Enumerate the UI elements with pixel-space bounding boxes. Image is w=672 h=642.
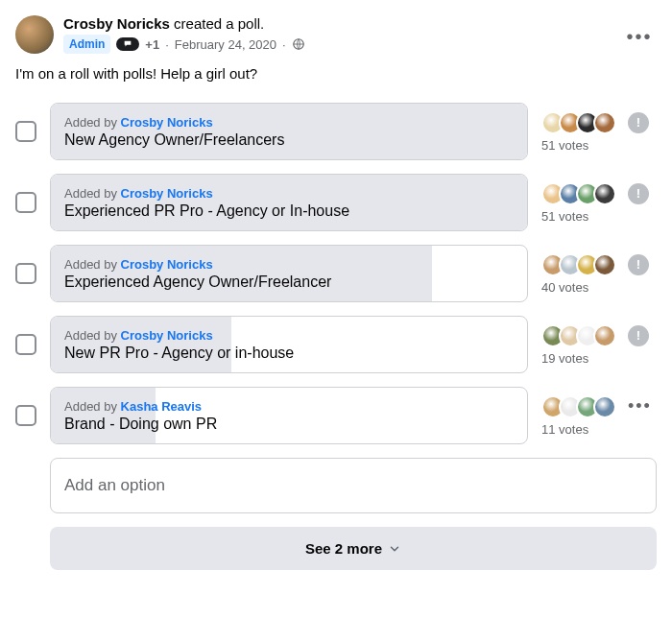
added-by-name[interactable]: Crosby Noricks (121, 257, 213, 272)
poll-option-row: Added by Crosby NoricksNew Agency Owner/… (15, 103, 657, 160)
chat-icon (122, 39, 133, 49)
poll-checkbox[interactable] (15, 334, 36, 355)
voter-avatars[interactable] (541, 111, 616, 134)
poll-option-row: Added by Crosby NoricksExperienced Agenc… (15, 245, 657, 302)
option-menu-button[interactable]: ••• (624, 396, 656, 416)
poll-checkbox[interactable] (15, 405, 36, 426)
added-by-name[interactable]: Crosby Noricks (121, 186, 213, 201)
poll-option-content: Added by Crosby NoricksNew PR Pro - Agen… (51, 319, 307, 371)
info-badge-icon[interactable]: ! (628, 112, 649, 133)
added-by-name[interactable]: Crosby Noricks (121, 115, 213, 130)
poll-option-card[interactable]: Added by Crosby NoricksNew PR Pro - Agen… (50, 316, 528, 373)
voter-avatar (593, 324, 616, 347)
vote-count: 40 votes (541, 280, 588, 295)
author-name[interactable]: Crosby Noricks (63, 15, 170, 32)
added-by-prefix: Added by (64, 115, 121, 130)
voters-column: •••11 votes (541, 395, 657, 437)
poll-option-label: Experienced PR Pro - Agency or In-house (64, 202, 349, 220)
add-option-input[interactable]: Add an option (50, 458, 657, 513)
poll-checkbox[interactable] (15, 121, 36, 142)
added-by-prefix: Added by (64, 257, 121, 272)
info-badge-icon[interactable]: ! (628, 254, 649, 275)
poll-option-card[interactable]: Added by Kasha ReavisBrand - Doing own P… (50, 387, 528, 444)
info-badge-icon[interactable]: ! (628, 183, 649, 204)
added-by-line: Added by Crosby Noricks (64, 257, 331, 272)
voters-column: !19 votes (541, 324, 657, 366)
see-more-label: See 2 more (305, 540, 382, 557)
voter-avatar (593, 111, 616, 134)
post-menu-button[interactable]: ••• (622, 19, 657, 54)
added-by-prefix: Added by (64, 328, 121, 343)
vote-count: 51 votes (541, 138, 588, 153)
added-by-name[interactable]: Kasha Reavis (121, 399, 203, 414)
poll-option-label: Brand - Doing own PR (64, 416, 217, 433)
separator-dot: · (282, 37, 286, 52)
post-body-text: I'm on a roll with polls! Help a girl ou… (15, 65, 657, 82)
added-by-line: Added by Crosby Noricks (64, 328, 294, 343)
voters-column: !40 votes (541, 253, 657, 295)
voter-avatar (593, 182, 616, 205)
vote-count: 51 votes (541, 209, 588, 224)
poll-option-row: Added by Crosby NoricksNew PR Pro - Agen… (15, 316, 657, 373)
voter-avatars[interactable] (541, 182, 616, 205)
vote-count: 11 votes (541, 422, 588, 437)
role-badge[interactable] (116, 37, 139, 51)
poll-option-content: Added by Crosby NoricksExperienced PR Pr… (51, 177, 363, 229)
voter-avatars[interactable] (541, 253, 616, 276)
added-by-prefix: Added by (64, 399, 121, 414)
voter-avatar (593, 253, 616, 276)
separator-dot: · (165, 37, 169, 52)
poll-container: Added by Crosby NoricksNew Agency Owner/… (15, 103, 657, 444)
see-more-button[interactable]: See 2 more (50, 527, 657, 570)
voters-column: !51 votes (541, 111, 657, 153)
chevron-down-icon (388, 542, 401, 556)
vote-count: 19 votes (541, 351, 588, 366)
poll-option-label: Experienced Agency Owner/Freelancer (64, 273, 331, 291)
added-by-prefix: Added by (64, 186, 121, 201)
added-by-name[interactable]: Crosby Noricks (121, 328, 213, 343)
poll-option-content: Added by Crosby NoricksExperienced Agenc… (51, 248, 345, 300)
author-avatar[interactable] (15, 15, 54, 54)
voter-avatars[interactable] (541, 395, 616, 418)
privacy-icon[interactable] (292, 37, 305, 51)
post-date[interactable]: February 24, 2020 (175, 37, 276, 52)
added-by-line: Added by Crosby Noricks (64, 186, 349, 201)
voter-avatar (593, 395, 616, 418)
added-by-line: Added by Kasha Reavis (64, 399, 217, 414)
poll-checkbox[interactable] (15, 192, 36, 213)
admin-badge[interactable]: Admin (63, 35, 110, 54)
poll-option-content: Added by Kasha ReavisBrand - Doing own P… (51, 390, 230, 442)
post-action: created a poll. (174, 15, 264, 32)
added-by-line: Added by Crosby Noricks (64, 115, 284, 130)
poll-option-card[interactable]: Added by Crosby NoricksExperienced Agenc… (50, 245, 528, 302)
poll-option-row: Added by Kasha ReavisBrand - Doing own P… (15, 387, 657, 444)
poll-option-card[interactable]: Added by Crosby NoricksNew Agency Owner/… (50, 103, 528, 160)
voter-avatars[interactable] (541, 324, 616, 347)
voters-column: !51 votes (541, 182, 657, 224)
poll-option-label: New Agency Owner/Freelancers (64, 131, 284, 149)
poll-option-row: Added by Crosby NoricksExperienced PR Pr… (15, 174, 657, 231)
poll-option-label: New PR Pro - Agency or in-house (64, 345, 294, 362)
poll-option-content: Added by Crosby NoricksNew Agency Owner/… (51, 106, 298, 158)
info-badge-icon[interactable]: ! (628, 325, 649, 346)
poll-checkbox[interactable] (15, 263, 36, 284)
extra-badges-count[interactable]: +1 (145, 37, 159, 52)
poll-option-card[interactable]: Added by Crosby NoricksExperienced PR Pr… (50, 174, 528, 231)
